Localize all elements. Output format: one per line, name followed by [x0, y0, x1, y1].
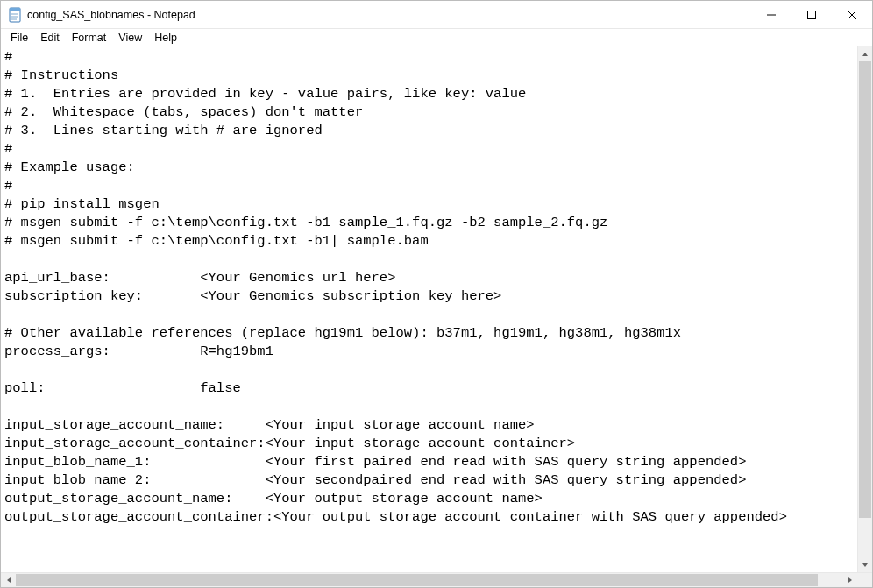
svg-marker-9 [862, 53, 868, 56]
close-button[interactable] [832, 1, 872, 28]
menu-format[interactable]: Format [66, 31, 113, 45]
svg-marker-11 [7, 577, 11, 583]
menu-view[interactable]: View [112, 31, 148, 45]
scroll-down-arrow-icon[interactable] [858, 557, 872, 572]
vscroll-track[interactable] [858, 61, 872, 557]
menu-help[interactable]: Help [148, 31, 183, 45]
scroll-corner [857, 573, 872, 587]
minimize-button[interactable] [751, 1, 791, 28]
notepad-window: config_SAS_blobnames - Notepad File Edit… [0, 0, 873, 588]
title-bar[interactable]: config_SAS_blobnames - Notepad [1, 1, 872, 29]
menu-file[interactable]: File [4, 31, 34, 45]
window-controls [751, 1, 872, 28]
horizontal-scrollbar[interactable] [1, 572, 872, 587]
vscroll-thumb[interactable] [859, 61, 871, 518]
maximize-button[interactable] [791, 1, 832, 28]
vertical-scrollbar[interactable] [857, 46, 872, 572]
scroll-right-arrow-icon[interactable] [842, 573, 857, 587]
text-editor[interactable]: # # Instructions # 1. Entries are provid… [1, 46, 857, 572]
menu-bar: File Edit Format View Help [1, 29, 872, 46]
svg-rect-6 [808, 11, 816, 18]
hscroll-track[interactable] [16, 573, 842, 587]
svg-marker-10 [862, 563, 868, 567]
svg-marker-12 [848, 577, 852, 583]
scroll-up-arrow-icon[interactable] [858, 46, 872, 61]
window-title: config_SAS_blobnames - Notepad [27, 9, 195, 21]
hscroll-thumb[interactable] [16, 574, 818, 586]
scroll-left-arrow-icon[interactable] [1, 573, 16, 587]
editor-wrap: # # Instructions # 1. Entries are provid… [1, 46, 872, 572]
menu-edit[interactable]: Edit [34, 31, 66, 45]
svg-rect-1 [10, 8, 20, 11]
notepad-icon [8, 6, 22, 24]
